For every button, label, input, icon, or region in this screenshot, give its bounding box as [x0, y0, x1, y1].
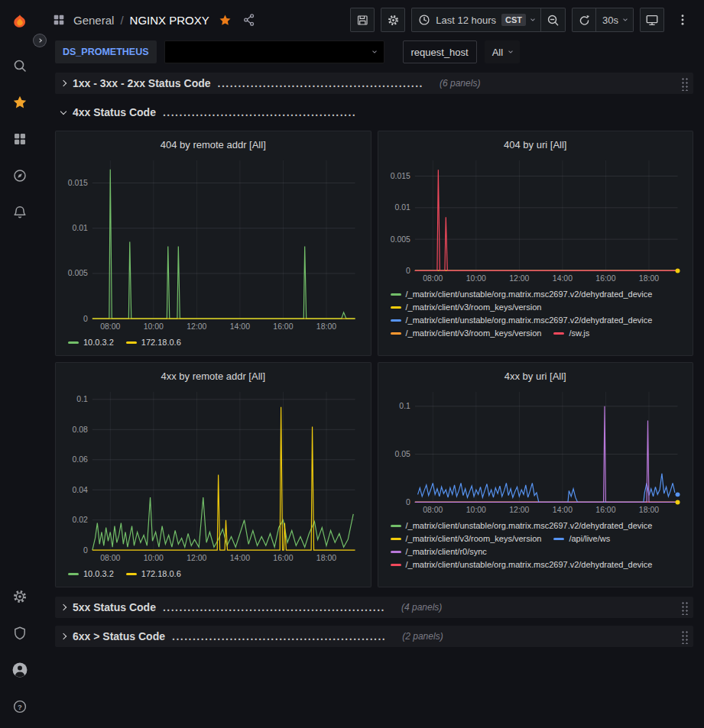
timeseries-chart[interactable]: 08:0010:0012:0014:0016:0018:0000.0050.01… [384, 154, 687, 287]
legend-item[interactable]: /_matrix/client/v3/room_keys/version [391, 328, 542, 338]
x-axis-label: 14:00 [552, 274, 572, 283]
chart-legend: 10.0.3.2172.18.0.6 [62, 567, 365, 578]
chart-legend: 10.0.3.2172.18.0.6 [62, 335, 365, 347]
y-axis-label: 0.08 [73, 425, 89, 434]
x-axis-label: 16:00 [595, 506, 615, 514]
dashboard-settings-button[interactable] [381, 8, 405, 32]
dashboards-icon[interactable] [0, 121, 40, 157]
toolbar-right: Last 12 hours CST [350, 8, 695, 32]
gear-icon [387, 14, 400, 27]
server-admin-shield-icon[interactable] [0, 615, 40, 652]
x-axis-label: 16:00 [595, 274, 615, 283]
legend-item[interactable]: /sw.js [553, 328, 589, 338]
variable-ds-prometheus-label[interactable]: DS_PROMETHEUS [55, 40, 157, 63]
legend-swatch [391, 332, 401, 335]
row-drag-handle[interactable] [680, 76, 689, 91]
x-axis-label: 16:00 [273, 322, 293, 331]
row-header-4xx[interactable]: 4xx Status Code ........................… [55, 102, 693, 123]
favorite-star-icon[interactable] [219, 14, 232, 27]
legend-label: /_matrix/client/unstable/org.matrix.msc2… [406, 560, 653, 569]
time-range-label: Last 12 hours [436, 15, 496, 26]
chevron-down-icon [530, 17, 535, 21]
time-range-picker[interactable]: Last 12 hours CST [411, 8, 541, 32]
y-axis-label: 0.01 [73, 224, 89, 232]
chevron-down-icon [623, 17, 628, 21]
starred-icon[interactable] [0, 84, 40, 121]
legend-label: 172.18.0.6 [141, 338, 181, 347]
settings-gear-icon[interactable] [0, 578, 40, 615]
refresh-interval-dropdown[interactable]: 30s [596, 8, 634, 32]
explore-compass-icon[interactable] [0, 157, 40, 194]
kebab-menu-icon[interactable] [670, 8, 695, 32]
x-axis-label: 10:00 [144, 322, 164, 331]
user-avatar[interactable] [0, 652, 40, 688]
chart-legend: /_matrix/client/unstable/org.matrix.msc2… [384, 519, 687, 569]
save-floppy-icon [356, 14, 369, 27]
y-axis-label: 0 [406, 498, 410, 506]
y-axis-label: 0.04 [73, 486, 89, 494]
legend-label: 10.0.3.2 [83, 338, 114, 347]
row-panel-count: (4 panels) [401, 602, 442, 613]
x-axis-label: 12:00 [509, 274, 529, 283]
dashboard-scroll-area: 1xx - 3xx - 2xx Status Code ............… [40, 67, 704, 728]
variable-ds-prometheus-value[interactable] [164, 40, 384, 63]
refresh-button[interactable] [572, 8, 596, 32]
legend-label: /_matrix/client/r0/sync [406, 547, 487, 556]
help-icon[interactable]: ? [0, 688, 40, 725]
legend-item[interactable]: /api/live/ws [553, 534, 610, 543]
legend-item[interactable]: /_matrix/client/r0/sync [391, 547, 487, 556]
variable-request-host-value[interactable]: All [485, 40, 520, 63]
chevron-down-icon [60, 108, 67, 114]
row-title: 4xx Status Code [73, 106, 156, 118]
legend-item[interactable]: 172.18.0.6 [126, 338, 181, 347]
legend-item[interactable]: /_matrix/client/unstable/org.matrix.msc2… [391, 521, 653, 530]
breadcrumb-folder[interactable]: General [73, 14, 114, 27]
row-header-1xx-3xx-2xx[interactable]: 1xx - 3xx - 2xx Status Code ............… [55, 73, 693, 94]
chevron-down-icon [372, 49, 377, 53]
time-controls-group: Last 12 hours CST [411, 8, 566, 32]
y-axis-label: 0.015 [68, 179, 88, 187]
legend-item[interactable]: /_matrix/client/unstable/org.matrix.msc2… [391, 290, 653, 299]
legend-item[interactable]: /_matrix/client/v3/room_keys/version [391, 303, 542, 312]
grafana-app: ? General / NGINX PROXY [0, 0, 704, 728]
legend-label: /api/live/ws [569, 534, 610, 543]
legend-item[interactable]: 10.0.3.2 [68, 338, 114, 347]
share-icon[interactable] [242, 13, 256, 27]
legend-item[interactable]: 172.18.0.6 [126, 569, 181, 578]
timeseries-chart[interactable]: 08:0010:0012:0014:0016:0018:0000.020.040… [62, 386, 365, 567]
series-end-dot [675, 500, 680, 504]
y-axis-label: 0.015 [390, 172, 410, 180]
variable-request-host-selected: All [492, 47, 503, 58]
timeseries-chart[interactable]: 08:0010:0012:0014:0016:0018:0000.0050.01… [62, 154, 365, 335]
y-axis-label: 0.02 [73, 516, 89, 524]
panel-title[interactable]: 404 by remote addr [All] [62, 136, 365, 154]
search-icon[interactable] [0, 47, 40, 84]
tv-mode-button[interactable] [640, 8, 664, 32]
row-header-5xx[interactable]: 5xx Status Code ........................… [55, 597, 693, 618]
save-dashboard-button[interactable] [350, 8, 375, 32]
y-axis-label: 0 [83, 546, 88, 555]
breadcrumb-dashboard-title[interactable]: NGINX PROXY [130, 14, 209, 27]
panel-title[interactable]: 4xx by uri [All] [384, 367, 687, 386]
variable-request-host-label[interactable]: request_host [403, 40, 477, 63]
alerting-bell-icon[interactable] [0, 194, 40, 231]
panel-title[interactable]: 4xx by remote addr [All] [62, 367, 365, 386]
row-leader-dots: ........................................… [172, 630, 386, 642]
legend-item[interactable]: /_matrix/client/unstable/org.matrix.msc2… [391, 315, 653, 325]
legend-item[interactable]: /_matrix/client/unstable/org.matrix.msc2… [391, 560, 653, 569]
row-header-6xx[interactable]: 6xx > Status Code ......................… [55, 626, 693, 647]
x-axis-label: 12:00 [187, 554, 206, 562]
zoom-out-button[interactable] [541, 8, 566, 32]
sidebar-expand-button[interactable] [33, 34, 47, 47]
x-axis-label: 18:00 [316, 554, 336, 562]
sidebar: ? [0, 0, 40, 728]
legend-item[interactable]: 10.0.3.2 [68, 569, 114, 578]
row-drag-handle[interactable] [680, 629, 689, 644]
timeseries-chart[interactable]: 08:0010:0012:0014:0016:0018:0000.050.1 [384, 386, 687, 519]
x-axis-label: 14:00 [230, 554, 250, 562]
x-axis-label: 16:00 [273, 554, 293, 562]
legend-item[interactable]: /_matrix/client/v3/room_keys/version [391, 534, 542, 543]
panel-title[interactable]: 404 by uri [All] [384, 136, 687, 154]
zoom-out-icon [547, 14, 560, 27]
row-drag-handle[interactable] [680, 600, 689, 615]
